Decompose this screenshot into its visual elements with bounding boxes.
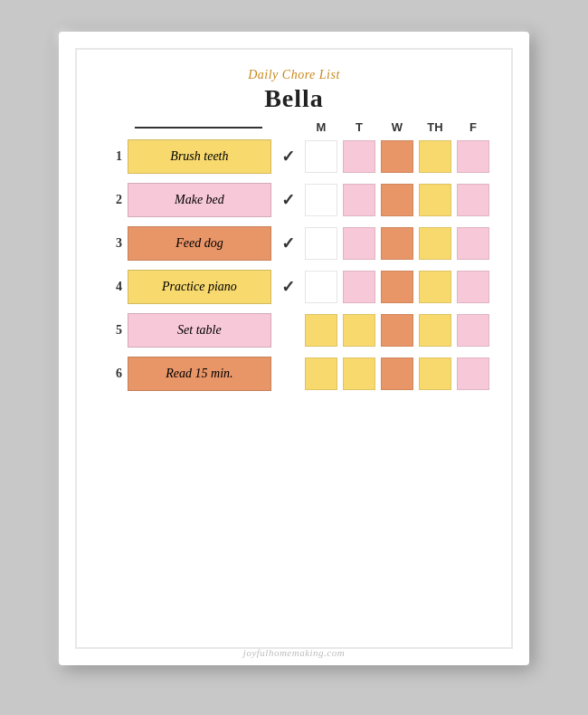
chore-row-2: 2Make bed✓: [99, 183, 489, 217]
box-3-row-4: [457, 271, 489, 303]
row-number-2: 2: [99, 193, 122, 207]
box-0-row-2: [343, 184, 375, 216]
check-cell-1: ✓: [271, 147, 305, 167]
row-number-6: 6: [99, 367, 122, 381]
chore-label-5: Set table: [128, 313, 271, 348]
frame-inner: Daily Chore List Bella MTWTHF 1Brush tee…: [75, 48, 513, 649]
watermark: joyfulhomemaking.com: [59, 647, 529, 658]
box-2-row-3: [419, 227, 451, 260]
box-m-1: [305, 140, 337, 173]
box-2-row-2: [419, 184, 451, 216]
box-3-row-3: [457, 227, 489, 260]
box-2-row-5: [419, 314, 451, 347]
chore-table: MTWTHF 1Brush teeth✓2Make bed✓3Feed dog✓…: [99, 120, 489, 400]
box-3-row-5: [457, 314, 489, 347]
check-cell-2: ✓: [271, 190, 305, 210]
box-1-row-2: [381, 184, 413, 216]
day-header-m: M: [305, 120, 337, 134]
box-0-row-4: [343, 271, 375, 303]
box-3-row-1: [457, 140, 489, 173]
box-2-row-6: [419, 358, 451, 390]
box-m-6: [305, 358, 337, 390]
box-1-row-1: [381, 140, 413, 173]
box-0-row-6: [343, 358, 375, 390]
box-0-row-5: [343, 314, 375, 347]
row-number-5: 5: [99, 323, 122, 338]
box-1-row-6: [381, 358, 413, 390]
box-0-row-1: [343, 140, 375, 173]
check-cell-3: ✓: [271, 234, 305, 253]
box-3-row-2: [457, 184, 489, 216]
day-boxes-4: [305, 271, 489, 303]
box-m-3: [305, 227, 337, 260]
day-header-w: W: [381, 120, 413, 134]
row-number-4: 4: [99, 280, 122, 294]
chore-label-6: Read 15 min.: [128, 357, 271, 391]
name-underline: [135, 127, 262, 129]
day-boxes-5: [305, 314, 489, 347]
day-boxes-3: [305, 227, 489, 260]
chore-label-2: Make bed: [128, 183, 271, 217]
chore-row-1: 1Brush teeth✓: [99, 139, 489, 174]
day-header-th: TH: [419, 120, 451, 134]
day-headers: MTWTHF: [305, 120, 489, 134]
chore-label-1: Brush teeth: [128, 139, 271, 174]
box-1-row-5: [381, 314, 413, 347]
box-0-row-3: [343, 227, 375, 260]
chore-row-5: 5Set table: [99, 313, 489, 348]
box-m-5: [305, 314, 337, 347]
subtitle: Daily Chore List: [248, 68, 340, 82]
box-m-2: [305, 184, 337, 216]
day-boxes-6: [305, 358, 489, 390]
frame: Daily Chore List Bella MTWTHF 1Brush tee…: [59, 32, 529, 665]
chore-row-3: 3Feed dog✓: [99, 226, 489, 261]
box-2-row-4: [419, 271, 451, 303]
chore-row-4: 4Practice piano✓: [99, 270, 489, 304]
child-name: Bella: [264, 84, 324, 113]
day-boxes-2: [305, 184, 489, 216]
day-header-t: T: [343, 120, 375, 134]
chore-rows: 1Brush teeth✓2Make bed✓3Feed dog✓4Practi…: [99, 139, 489, 391]
day-header-f: F: [457, 120, 489, 134]
box-1-row-3: [381, 227, 413, 260]
day-boxes-1: [305, 140, 489, 173]
check-cell-4: ✓: [271, 277, 305, 297]
chore-label-3: Feed dog: [128, 226, 271, 261]
header-row: MTWTHF: [99, 120, 489, 134]
chore-label-4: Practice piano: [128, 270, 271, 304]
chore-row-6: 6Read 15 min.: [99, 357, 489, 391]
box-1-row-4: [381, 271, 413, 303]
box-2-row-1: [419, 140, 451, 173]
box-m-4: [305, 271, 337, 303]
box-3-row-6: [457, 358, 489, 390]
row-number-1: 1: [99, 149, 122, 164]
row-number-3: 3: [99, 236, 122, 251]
